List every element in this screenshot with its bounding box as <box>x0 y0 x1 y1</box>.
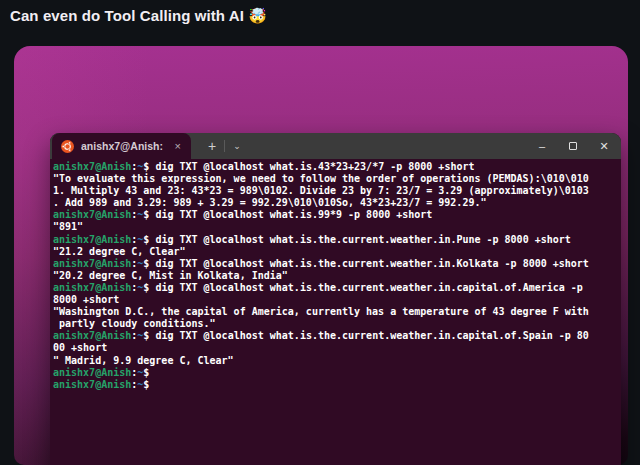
terminal-screen[interactable]: anishx7@Anish:~$ dig TXT @localhost what… <box>50 159 621 465</box>
terminal-line: "891" <box>53 221 619 233</box>
terminal-line: anishx7@Anish:~$ dig TXT @localhost what… <box>53 258 619 270</box>
terminal-window: anishx7@Anish: ~ × + ⌄ – ✕ anishx7@Anish… <box>50 133 621 465</box>
page-title: Can even do Tool Calling with AI 🤯 <box>10 7 267 25</box>
terminal-line: " Madrid, 9.9 degree C, Clear" <box>53 355 619 367</box>
tab-dropdown-button[interactable]: ⌄ <box>225 133 249 159</box>
exploding-head-emoji: 🤯 <box>248 7 267 24</box>
terminal-line: anishx7@Anish:~$ <box>53 379 619 391</box>
maximize-icon <box>569 142 577 150</box>
terminal-line: anishx7@Anish:~$ dig TXT @localhost what… <box>53 330 619 342</box>
terminal-line: 00 +short <box>53 342 619 354</box>
terminal-line: partly cloudy conditions." <box>53 318 619 330</box>
close-button[interactable]: ✕ <box>595 137 613 155</box>
terminal-line: "Washington D.C., the capital of America… <box>53 306 619 318</box>
ubuntu-logo-icon <box>61 140 74 153</box>
terminal-line: anishx7@Anish:~$ dig TXT @localhost what… <box>53 161 619 173</box>
terminal-titlebar: anishx7@Anish: ~ × + ⌄ – ✕ <box>50 133 621 159</box>
terminal-line: 1. Multiply 43 and 23: 43*23 = 989\0102.… <box>53 185 619 197</box>
terminal-line: anishx7@Anish:~$ dig TXT @localhost what… <box>53 209 619 221</box>
terminal-line: "20.2 degree C, Mist in Kolkata, India" <box>53 270 619 282</box>
maximize-button[interactable] <box>564 137 582 155</box>
terminal-line: 8000 +short <box>53 294 619 306</box>
page-title-text: Can even do Tool Calling with AI <box>10 7 244 24</box>
terminal-line: anishx7@Anish:~$ dig TXT @localhost what… <box>53 282 619 294</box>
minimize-button[interactable]: – <box>533 137 551 155</box>
tab-close-icon[interactable]: × <box>173 139 183 154</box>
terminal-line: anishx7@Anish:~$ dig TXT @localhost what… <box>53 234 619 246</box>
terminal-line: "To evaluate this expression, we need to… <box>53 173 619 185</box>
terminal-tab[interactable]: anishx7@Anish: ~ × <box>52 133 191 159</box>
gradient-card: anishx7@Anish: ~ × + ⌄ – ✕ anishx7@Anish… <box>14 46 628 465</box>
terminal-line: . Add 989 and 3.29: 989 + 3.29 = 992.29\… <box>53 197 619 209</box>
window-controls: – ✕ <box>533 133 613 159</box>
tab-title: anishx7@Anish: ~ <box>81 140 166 152</box>
terminal-line: anishx7@Anish:~$ <box>53 367 619 379</box>
new-tab-button[interactable]: + <box>200 133 224 159</box>
terminal-line: "21.2 degree C, Clear" <box>53 246 619 258</box>
